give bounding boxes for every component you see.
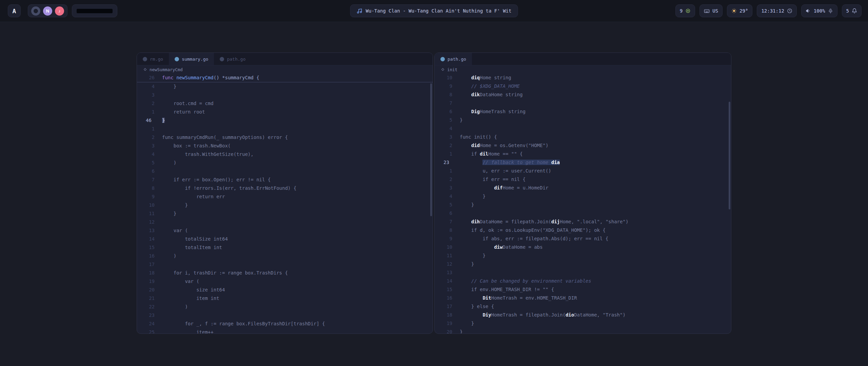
now-playing-widget[interactable]: Wu-Tang Clan - Wu-Tang Clan Ain't Nuthin… <box>350 4 518 17</box>
code-line[interactable]: 19 } <box>435 319 731 328</box>
tab-path.go[interactable]: path.go <box>214 53 251 65</box>
volume-label: 100% <box>814 8 825 14</box>
code-line[interactable]: 17 <box>137 260 433 269</box>
line-number: 14 <box>435 277 460 285</box>
code-line[interactable]: 15 if env.HOME_TRASH_DIR != "" { <box>435 285 731 294</box>
go-file-icon <box>143 57 147 61</box>
code-line[interactable]: 6 DigHomeTrash string <box>435 107 731 116</box>
code-line[interactable]: 8 if d, ok := os.LookupEnv("XDG_DATA_HOM… <box>435 226 731 235</box>
code-line[interactable]: 10 diwDataHome = abs <box>435 243 731 251</box>
code-line[interactable]: 5} <box>435 116 731 124</box>
code-segment: dih <box>471 219 480 224</box>
code-line[interactable]: 1 return root <box>137 108 433 116</box>
code-line[interactable]: 8 if !errors.Is(err, trash.ErrNotFound) … <box>137 184 433 192</box>
breadcrumb-symbol: init <box>447 67 457 72</box>
code-line[interactable]: 24 for _, f := range box.FilesByTrashDir… <box>137 320 433 328</box>
right-scrollbar[interactable] <box>729 102 730 209</box>
code-line[interactable]: 9 // $XDG_DATA_HOME <box>435 82 731 90</box>
code-line[interactable]: 1 u, err := user.Current() <box>435 167 731 175</box>
go-file-icon <box>220 57 224 61</box>
code-line[interactable]: 19 var ( <box>137 277 433 286</box>
code-line[interactable]: 14 // Can be changed by environment vari… <box>435 277 731 285</box>
code-line[interactable]: 18 DiyHomeTrash = filepath.Join(dioDataH… <box>435 311 731 319</box>
notifications-widget[interactable]: 5 <box>842 4 862 17</box>
code-line[interactable]: 3 box := trash.NewBox( <box>137 142 433 150</box>
code-line[interactable]: 13 var ( <box>137 226 433 235</box>
code-line[interactable]: 17 } else { <box>435 302 731 311</box>
code-line[interactable]: 3 <box>137 91 433 99</box>
code-line[interactable]: 4 <box>435 124 731 133</box>
line-content: } <box>162 82 176 91</box>
code-line[interactable]: 20 size int64 <box>137 286 433 294</box>
code-line[interactable]: 26func newSummaryCmd() *summaryCmd { <box>137 74 433 82</box>
line-number: 9 <box>137 192 162 201</box>
line-content: diwDataHome = abs <box>460 243 542 251</box>
tab-path.go[interactable]: path.go <box>435 53 472 65</box>
code-line[interactable]: 7 <box>435 99 731 107</box>
left-scrollbar[interactable] <box>430 83 432 216</box>
workspace-app3-icon[interactable]: ♪ <box>55 6 64 16</box>
microphone-icon <box>828 8 833 14</box>
code-line[interactable]: 46} <box>137 116 433 125</box>
window-title-pill[interactable] <box>72 4 117 17</box>
code-line[interactable]: 12 <box>137 218 433 226</box>
code-line[interactable]: 9 if abs, err := filepath.Abs(d); err ==… <box>435 235 731 243</box>
code-line[interactable]: 10 } <box>137 201 433 209</box>
code-line[interactable]: 6 <box>435 209 731 218</box>
code-segment: ) <box>162 304 188 309</box>
code-line[interactable]: 25 item++ <box>137 328 433 334</box>
code-line[interactable]: 11 } <box>137 209 433 218</box>
workspace-app1-icon[interactable] <box>31 6 40 16</box>
code-line[interactable]: 3 difHome = u.HomeDir <box>435 184 731 192</box>
code-line[interactable]: 23 // fallback to get home dia <box>435 158 731 167</box>
code-line[interactable]: 4 } <box>137 82 433 91</box>
code-line[interactable]: 14 totalSize int64 <box>137 235 433 243</box>
code-line[interactable]: 6 <box>137 167 433 176</box>
code-line[interactable]: 2func summaryCmdRun(_ summaryOptions) er… <box>137 133 433 142</box>
code-line[interactable]: 21 item int <box>137 294 433 303</box>
line-number: 3 <box>435 184 460 192</box>
code-segment: Home = os.Getenv("HOME") <box>480 143 548 148</box>
weather-widget[interactable]: 29° <box>727 4 752 17</box>
code-line[interactable]: 18 for i, trashDir := range box.TrashDir… <box>137 269 433 277</box>
code-line[interactable]: 20} <box>435 328 731 334</box>
code-line[interactable]: 1 if dilHome == "" { <box>435 150 731 158</box>
code-line[interactable]: 1 <box>137 125 433 133</box>
workspace-app2-icon[interactable]: N <box>43 6 52 16</box>
symbol-function-icon <box>441 67 445 72</box>
code-line[interactable]: 16 DitHomeTrash = env.HOME_TRASH_DIR <box>435 294 731 302</box>
line-content: DitHomeTrash = env.HOME_TRASH_DIR <box>460 294 577 302</box>
code-line[interactable]: 2 if err == nil { <box>435 175 731 184</box>
code-line[interactable]: 3func init() { <box>435 133 731 141</box>
code-line[interactable]: 23 <box>137 311 433 320</box>
line-number: 7 <box>435 99 460 107</box>
code-line[interactable]: 4 } <box>435 192 731 201</box>
code-line[interactable]: 5 ) <box>137 159 433 167</box>
launcher-button[interactable]: A <box>8 4 21 17</box>
tab-rm.go[interactable]: rm.go <box>137 53 169 65</box>
code-line[interactable]: 2 root.cmd = cmd <box>137 99 433 108</box>
clock-widget[interactable]: 12:31:12 <box>757 4 796 17</box>
code-line[interactable]: 4 trash.WithGetSize(true), <box>137 150 433 159</box>
code-line[interactable]: 15 totalItem int <box>137 243 433 252</box>
line-content: } <box>460 319 474 328</box>
tab-summary.go[interactable]: summary.go <box>169 53 214 65</box>
code-line[interactable]: 7 if err := box.Open(); err != nil { <box>137 176 433 184</box>
line-number: 6 <box>137 167 162 176</box>
keyboard-layout-widget[interactable]: US <box>699 4 723 17</box>
code-line[interactable]: 8 dikDataHome string <box>435 90 731 99</box>
code-line[interactable]: 16 ) <box>137 252 433 260</box>
code-line[interactable]: 9 return err <box>137 192 433 201</box>
code-segment: if <box>460 151 480 157</box>
code-line[interactable]: 12 } <box>435 260 731 268</box>
updates-indicator[interactable]: 9 <box>675 4 695 17</box>
code-line[interactable]: 22 ) <box>137 303 433 311</box>
code-line[interactable]: 11 } <box>435 251 731 260</box>
audio-widget[interactable]: 100% <box>801 4 837 17</box>
code-line[interactable]: 13 <box>435 268 731 277</box>
code-line[interactable]: 7 dihDataHome = filepath.Join(dijHome, "… <box>435 218 731 226</box>
code-line[interactable]: 5 } <box>435 201 731 209</box>
code-line[interactable]: 10 diqHome string <box>435 74 731 82</box>
code-line[interactable]: 2 didHome = os.Getenv("HOME") <box>435 141 731 150</box>
line-content: func newSummaryCmd() *summaryCmd { <box>162 74 259 82</box>
